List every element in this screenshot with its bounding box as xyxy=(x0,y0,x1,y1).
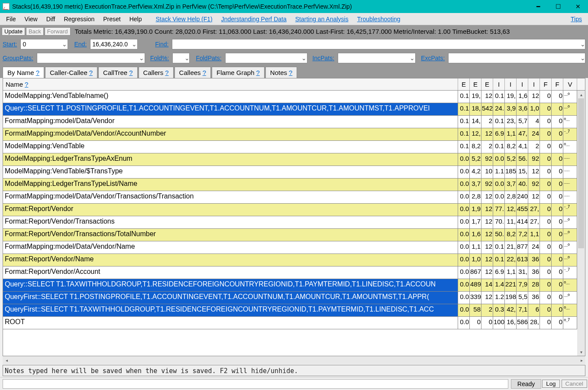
scroll-down-icon[interactable]: ▾ xyxy=(577,348,585,356)
close-button[interactable]: ✕ xyxy=(568,0,588,13)
row-cell: 455 xyxy=(517,204,528,216)
grouppats-label[interactable]: GroupPats: xyxy=(3,55,33,62)
table-row[interactable]: ModelMapping:VendTable/$TransType0.04,21… xyxy=(3,166,585,179)
scroll-right-icon[interactable]: ▸ xyxy=(578,358,585,363)
col-e1[interactable]: E xyxy=(458,78,470,90)
row-cell: 0.1 xyxy=(458,91,470,103)
tab-callers[interactable]: Callers? xyxy=(139,67,174,78)
menu-view[interactable]: View xyxy=(20,14,42,24)
end-label[interactable]: End: xyxy=(74,41,87,48)
scroll-left-icon[interactable]: ◂ xyxy=(3,358,10,363)
cancel-button[interactable]: Cancel xyxy=(562,380,588,388)
tab-help-icon[interactable]: ? xyxy=(89,69,93,76)
notes-area[interactable]: Notes typed here will be saved when the … xyxy=(3,365,585,376)
start-input[interactable] xyxy=(20,39,68,49)
link-troubleshooting[interactable]: Troubleshooting xyxy=(353,14,405,24)
table-row[interactable]: Format:Report/Vendor/Transactions0.01,71… xyxy=(3,216,585,229)
find-label[interactable]: Find: xyxy=(155,41,168,48)
tab-help-icon[interactable]: ? xyxy=(256,69,260,76)
col-v[interactable]: V xyxy=(563,78,577,90)
table-row[interactable]: FormatMapping:model/Data/Vendor/Transact… xyxy=(3,191,585,204)
end-input[interactable] xyxy=(90,39,138,49)
tab-callees[interactable]: Callees? xyxy=(174,67,211,78)
table-row[interactable]: FormatMapping:model/Data/Vendor0.114,20.… xyxy=(3,116,585,128)
status-input[interactable] xyxy=(3,379,508,389)
foldpats-input[interactable] xyxy=(225,53,307,63)
link-understanding-perf[interactable]: Jnderstanding Perf Data xyxy=(217,14,291,24)
tab-help-icon[interactable]: ? xyxy=(129,69,132,76)
table-row[interactable]: ModelMapping:LedgerTransTypeList/Name0.0… xyxy=(3,179,585,191)
incpats-dropdown-icon[interactable]: ⌄ xyxy=(410,55,415,62)
table-row[interactable]: QueryFirst::SELECT T1.POSTINGPROFILE,T1.… xyxy=(3,292,585,304)
grouppats-dropdown-icon[interactable]: ⌄ xyxy=(139,55,144,62)
excpats-dropdown-icon[interactable]: ⌄ xyxy=(580,55,585,62)
link-stack-view-help[interactable]: Stack View Help (F1) xyxy=(152,14,217,24)
tab-notes[interactable]: Notes? xyxy=(265,67,297,78)
foldpct-label[interactable]: Fold%: xyxy=(150,55,169,62)
tab-calltree[interactable]: CallTree? xyxy=(98,67,137,78)
scroll-up-icon[interactable]: ▴ xyxy=(577,91,585,98)
tab-caller-callee[interactable]: Caller-Callee? xyxy=(45,67,97,78)
table-row[interactable]: QueryFirst::SELECT T1.TAXWITHHOLDGROUP,T… xyxy=(3,304,585,317)
table-row[interactable]: ModelMapping:LedgerTransTypeAxEnum0.05,2… xyxy=(3,153,585,166)
link-tips[interactable]: Tips xyxy=(566,14,586,24)
tab-by-name[interactable]: By Name? xyxy=(3,67,44,78)
foldpats-label[interactable]: FoldPats: xyxy=(196,55,221,62)
foldpats-dropdown-icon[interactable]: ⌄ xyxy=(301,55,307,62)
update-button[interactable]: Update xyxy=(2,27,25,36)
menu-file[interactable]: File xyxy=(2,14,20,24)
col-f1[interactable]: F xyxy=(540,78,552,90)
table-row[interactable]: FormatMapping:model/Data/Vendor/AccountN… xyxy=(3,128,585,141)
table-row[interactable]: Query::SELECT T1.POSTINGPROFILE,T1.ACCOU… xyxy=(3,103,585,116)
grouppats-input[interactable] xyxy=(37,53,145,63)
find-dropdown-icon[interactable]: ⌄ xyxy=(580,41,585,48)
table-row[interactable]: FormatMapping:model/Data/Vendor/Name0.01… xyxy=(3,241,585,254)
row-spark: __o xyxy=(563,103,577,115)
tab-help-icon[interactable]: ? xyxy=(36,69,39,76)
table-row[interactable]: Query::SELECT T1.TAXWITHHOLDGROUP,T1.RES… xyxy=(3,279,585,292)
row-cell: 1,9 xyxy=(470,204,481,216)
maximize-button[interactable]: ☐ xyxy=(548,0,568,13)
col-i4[interactable]: I xyxy=(528,78,540,90)
back-button[interactable]: Back xyxy=(26,27,44,36)
excpats-label[interactable]: ExcPats: xyxy=(421,55,445,62)
col-i2[interactable]: I xyxy=(505,78,517,90)
table-row[interactable]: Format:Report/Vendor/Transactions/TotalN… xyxy=(3,229,585,241)
end-dropdown-icon[interactable]: ⌄ xyxy=(132,41,137,48)
table-row[interactable]: Format:Report/Vendor/Account0.0867126.91… xyxy=(3,266,585,279)
col-e2[interactable]: E xyxy=(470,78,481,90)
tab-flame-graph[interactable]: Flame Graph? xyxy=(212,67,265,78)
menu-diff[interactable]: Diff xyxy=(42,14,60,24)
col-f2[interactable]: F xyxy=(552,78,563,90)
forward-button[interactable]: Forward xyxy=(45,27,71,36)
col-name-help-icon[interactable]: ? xyxy=(25,81,28,88)
incpats-input[interactable] xyxy=(338,53,416,63)
menu-regression[interactable]: Regression xyxy=(59,14,99,24)
horizontal-scrollbar[interactable]: ◂ ▸ xyxy=(3,356,585,364)
tab-help-icon[interactable]: ? xyxy=(289,69,292,76)
col-name[interactable]: Name ? xyxy=(3,78,458,90)
start-dropdown-icon[interactable]: ⌄ xyxy=(62,41,67,48)
tab-help-icon[interactable]: ? xyxy=(203,69,206,76)
vertical-scrollbar[interactable]: ▴ ▾ xyxy=(577,91,585,356)
col-i1[interactable]: I xyxy=(493,78,505,90)
find-input[interactable] xyxy=(172,39,585,49)
excpats-input[interactable] xyxy=(448,53,585,63)
col-e3[interactable]: E xyxy=(481,78,493,90)
menu-help[interactable]: Help xyxy=(125,14,146,24)
start-label[interactable]: Start: xyxy=(3,41,17,48)
minimize-button[interactable]: ━ xyxy=(528,0,548,13)
foldpct-dropdown-icon[interactable]: ⌄ xyxy=(184,55,190,62)
link-starting-analysis[interactable]: Starting an Analysis xyxy=(291,14,353,24)
tab-help-icon[interactable]: ? xyxy=(165,69,168,76)
table-row[interactable]: ModelMapping:VendTable/name()0.119,120.1… xyxy=(3,91,585,103)
table-row[interactable]: Format:Report/Vendor0.01,91277.12,45527,… xyxy=(3,204,585,216)
col-i3[interactable]: I xyxy=(517,78,528,90)
incpats-label[interactable]: IncPats: xyxy=(313,55,335,62)
table-row[interactable]: Format:Report/Vendor/Name0.01,0120.122,6… xyxy=(3,254,585,266)
log-button[interactable]: Log xyxy=(542,380,559,388)
table-row[interactable]: ROOT0.00010016,58628,00o_7 xyxy=(3,317,585,329)
table-row[interactable]: ModelMapping:VendTable0.18,220.18,24,120… xyxy=(3,141,585,153)
row-cell: 5,5 xyxy=(517,292,528,304)
menu-preset[interactable]: Preset xyxy=(99,14,125,24)
